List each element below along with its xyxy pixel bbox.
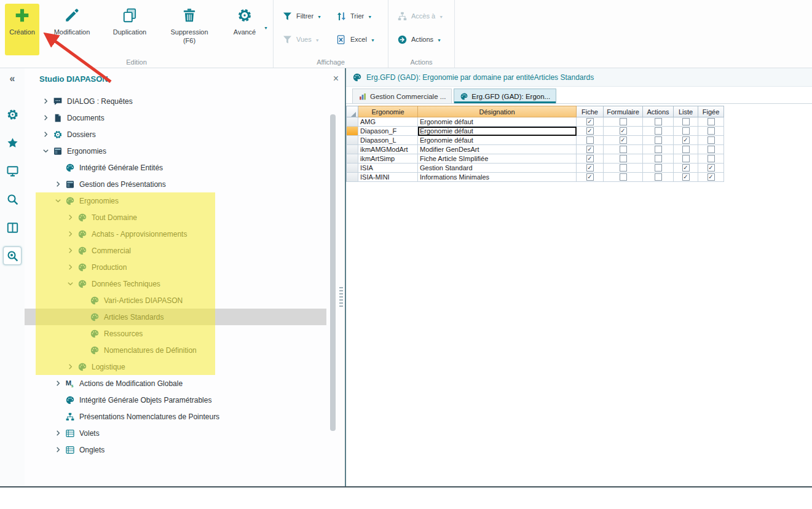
checkbox-formulaire[interactable] [620, 146, 627, 153]
tree-item-documents[interactable]: Documents [25, 109, 326, 126]
cell-liste[interactable] [674, 127, 698, 136]
expander-collapsed-icon[interactable] [39, 98, 52, 105]
cell-actions[interactable] [643, 154, 674, 164]
cell-actions[interactable] [643, 145, 674, 154]
checkbox-liste[interactable] [682, 146, 690, 153]
expander-collapsed-icon[interactable] [39, 131, 52, 138]
row-selector[interactable] [346, 136, 358, 145]
settings-strip-button[interactable] [3, 105, 22, 124]
grid-row-ikmamgmodart[interactable]: ikmAMGModArt Modifier GenDesArt [346, 145, 724, 154]
expander-expanded-icon[interactable] [39, 148, 52, 154]
expander-collapsed-icon[interactable] [64, 231, 76, 237]
checkbox-formulaire[interactable] [620, 127, 627, 135]
cell-liste[interactable] [674, 136, 698, 145]
tree-item-integrite-generale-entites[interactable]: Intégrité Générale Entités [25, 159, 326, 176]
creation-button[interactable]: Création [5, 4, 39, 55]
cell-actions[interactable] [643, 164, 674, 173]
duplication-button[interactable]: Duplication [104, 4, 155, 55]
cell-formulaire[interactable] [604, 145, 643, 154]
suppression-button[interactable]: Suppression (F6) [161, 4, 218, 55]
cell-figee[interactable] [698, 136, 724, 145]
advanced-search-strip-button[interactable] [3, 247, 22, 265]
tree-item-integrite-generale-objets[interactable]: Intégrité Générale Objets Paramétrables [25, 392, 326, 408]
excel-button[interactable]: Excel [333, 32, 380, 47]
row-selector[interactable] [346, 117, 358, 127]
checkbox-actions[interactable] [655, 146, 662, 153]
column-header-ergonomie[interactable]: Ergonomie [358, 106, 418, 117]
checkbox-fiche[interactable] [586, 136, 594, 144]
checkbox-liste[interactable] [682, 136, 690, 144]
tree-item-vari-articles-diapason[interactable]: Vari-Articles DIAPASON [25, 292, 326, 309]
cell-designation[interactable]: Fiche Article SImplifiée [418, 154, 577, 164]
expander-collapsed-icon[interactable] [39, 114, 52, 121]
cell-designation[interactable]: Ergonomie défaut [418, 136, 577, 145]
tree-item-achats-approvisionnements[interactable]: Achats - Approvisionnements [25, 226, 326, 242]
checkbox-actions[interactable] [655, 118, 662, 125]
checkbox-liste[interactable] [682, 164, 690, 172]
collapse-panel-icon[interactable]: « [10, 73, 15, 84]
cell-fiche[interactable] [577, 117, 604, 127]
tab-erg-gfd[interactable]: Erg.GFD (GAD): Ergon... [454, 89, 556, 103]
cell-liste[interactable] [674, 173, 698, 182]
cell-ergonomie[interactable]: Diapason_L [358, 136, 418, 145]
tree-item-tout-domaine[interactable]: Tout Domaine [25, 209, 326, 226]
grid-row-amg[interactable]: AMG Ergonomie défaut [346, 117, 724, 127]
tree-item-nomenclatures-de-definition[interactable]: Nomenclatures de Définition [25, 342, 326, 358]
tree-scrollbar[interactable] [330, 114, 336, 431]
checkbox-formulaire[interactable] [620, 155, 627, 162]
cell-formulaire[interactable] [604, 127, 643, 136]
expander-collapsed-icon[interactable] [52, 181, 64, 187]
checkbox-actions[interactable] [655, 136, 662, 144]
cell-ergonomie[interactable]: ikmArtSimp [358, 154, 418, 164]
checkbox-figee[interactable] [708, 155, 715, 162]
grid-row-diapason-f[interactable]: Diapason_F Ergonomie défaut [346, 127, 724, 136]
row-selector[interactable] [346, 154, 358, 164]
cell-ergonomie[interactable]: AMG [358, 117, 418, 127]
checkbox-figee[interactable] [708, 127, 715, 135]
tree-item-logistique[interactable]: Logistique [25, 358, 326, 375]
cell-figee[interactable] [698, 145, 724, 154]
cell-figee[interactable] [698, 173, 724, 182]
cell-designation[interactable]: Gestion Standard [418, 164, 577, 173]
checkbox-fiche[interactable] [586, 155, 594, 162]
cell-formulaire[interactable] [604, 164, 643, 173]
cell-fiche[interactable] [577, 136, 604, 145]
grid-row-diapason-l[interactable]: Diapason_L Ergonomie défaut [346, 136, 724, 145]
cell-actions[interactable] [643, 173, 674, 182]
checkbox-fiche[interactable] [586, 127, 594, 135]
avance-button[interactable]: Avancé [224, 4, 266, 55]
cell-liste[interactable] [674, 154, 698, 164]
expander-collapsed-icon[interactable] [52, 380, 64, 387]
grid-row-isia[interactable]: ISIA Gestion Standard [346, 164, 724, 173]
cell-designation-focused[interactable]: Ergonomie défaut [418, 127, 577, 136]
checkbox-actions[interactable] [655, 155, 662, 162]
cell-actions[interactable] [643, 127, 674, 136]
checkbox-liste[interactable] [682, 155, 690, 162]
desktop-strip-button[interactable] [3, 162, 22, 180]
vues-button[interactable]: Vues [278, 32, 326, 47]
cell-ergonomie[interactable]: ikmAMGModArt [358, 145, 418, 154]
expander-collapsed-icon[interactable] [64, 264, 76, 270]
cell-actions[interactable] [643, 117, 674, 127]
checkbox-formulaire[interactable] [620, 118, 627, 125]
tree-item-donnees-techniques[interactable]: Données Techniques [25, 275, 326, 292]
checkbox-liste[interactable] [682, 173, 690, 181]
cell-designation[interactable]: Ergonomie défaut [418, 117, 577, 127]
expander-collapsed-icon[interactable] [64, 214, 76, 221]
tree-item-onglets[interactable]: Onglets [25, 441, 326, 458]
cell-figee[interactable] [698, 164, 724, 173]
tree-item-commercial[interactable]: Commercial [25, 242, 326, 259]
tree-item-actions-modification-globale[interactable]: Actions de Modification Globale [25, 375, 326, 392]
checkbox-fiche[interactable] [586, 164, 594, 172]
checkbox-figee[interactable] [708, 146, 715, 153]
columns-strip-button[interactable] [3, 218, 22, 237]
checkbox-figee[interactable] [708, 164, 715, 172]
cell-fiche[interactable] [577, 145, 604, 154]
checkbox-fiche[interactable] [586, 118, 594, 125]
filtrer-button[interactable]: Filtrer [278, 9, 326, 23]
checkbox-fiche[interactable] [586, 173, 594, 181]
tree-item-presentations-nomenclatures-pointeurs[interactable]: Présentations Nomenclatures de Pointeurs [25, 408, 326, 425]
select-all-cell[interactable] [346, 106, 358, 117]
expander-expanded-icon[interactable] [64, 280, 76, 287]
row-selector[interactable] [346, 173, 358, 182]
